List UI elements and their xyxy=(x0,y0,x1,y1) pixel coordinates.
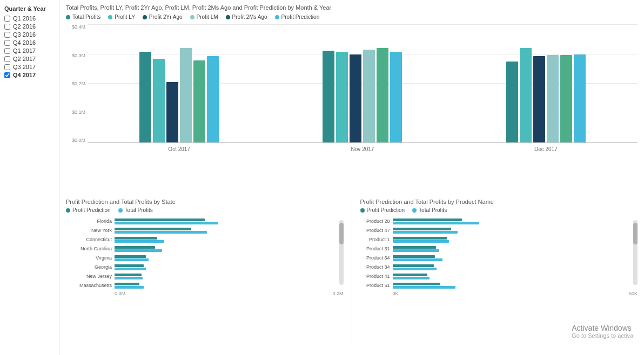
right-total-bar-2 xyxy=(393,240,449,243)
right-bar-pair-5 xyxy=(393,264,437,270)
right-row-label-6: Product 41 xyxy=(360,274,393,279)
left-row-label-2: Connecticut xyxy=(66,237,115,242)
bar-0-5 xyxy=(207,56,219,142)
right-total-bar-3 xyxy=(393,249,439,252)
top-legend-label-5: Profit Prediction xyxy=(281,14,320,20)
bottom-right-title: Profit Prediction and Total Profits by P… xyxy=(360,199,638,205)
sidebar-item-0[interactable]: Q1 2016 xyxy=(4,15,55,22)
right-x-max: 50K xyxy=(629,291,638,296)
right-pred-bar-2 xyxy=(393,237,447,240)
right-row-label-0: Product 28 xyxy=(360,219,393,224)
sidebar-checkbox-0[interactable] xyxy=(4,16,10,22)
sidebar-item-6[interactable]: Q3 2017 xyxy=(4,64,55,70)
right-total-bar-6 xyxy=(393,277,430,279)
left-pred-bar-2 xyxy=(115,237,157,240)
right-bar-pair-3 xyxy=(393,246,439,252)
right-scrollbar[interactable] xyxy=(633,220,638,285)
bl-legend-item-1: Total Profits xyxy=(118,207,153,213)
bar-2-1 xyxy=(520,48,532,142)
right-bar-pair-4 xyxy=(393,255,442,261)
left-x-min: 0.0M xyxy=(115,291,125,296)
left-row-7: Massachusetts xyxy=(66,282,344,289)
main-container: Quarter & Year Q1 2016Q2 2016Q3 2016Q4 2… xyxy=(0,0,644,355)
top-legend-item-0: Total Profits xyxy=(66,14,100,20)
bottom-left-chart: Profit Prediction and Total Profits by S… xyxy=(66,199,344,351)
bar-1-4 xyxy=(377,48,388,142)
sidebar-checkbox-1[interactable] xyxy=(4,24,10,30)
y-axis: $0.4M$0.3M$0.2M$0.1M$0.0M xyxy=(66,24,88,143)
sidebar-label-5: Q2 2017 xyxy=(13,56,36,62)
br-legend-label-1: Total Profits xyxy=(419,207,447,213)
left-bar-pair-6 xyxy=(115,274,143,279)
left-pred-bar-1 xyxy=(115,228,191,230)
activate-line2: Go to Settings to activa xyxy=(572,332,633,339)
left-scrollbar[interactable] xyxy=(339,220,344,285)
top-legend-dot-5 xyxy=(275,15,279,19)
right-row-4: Product 64 xyxy=(360,254,638,262)
left-pred-bar-0 xyxy=(115,219,205,221)
right-total-bar-1 xyxy=(393,231,458,234)
month-label-1: Nov 2017 xyxy=(351,146,374,152)
sidebar-item-4[interactable]: Q1 2017 xyxy=(4,47,55,54)
sidebar-checkbox-6[interactable] xyxy=(4,64,10,70)
bl-legend-label-1: Total Profits xyxy=(125,207,153,213)
sidebar-items: Q1 2016Q2 2016Q3 2016Q4 2016Q1 2017Q2 20… xyxy=(4,15,55,78)
right-h-bar-chart: Product 28Product 47Product 1Product 31P… xyxy=(360,217,638,289)
left-scroll-thumb[interactable] xyxy=(339,223,344,244)
top-legend-dot-1 xyxy=(108,15,112,19)
bar-1-2 xyxy=(350,54,361,142)
sidebar-item-7[interactable]: Q4 2017 xyxy=(4,72,55,78)
bar-1-3 xyxy=(363,50,375,142)
left-row-label-4: Virginia xyxy=(66,255,115,261)
bar-1-0 xyxy=(323,51,334,142)
right-total-bar-0 xyxy=(393,222,479,224)
sidebar-checkbox-5[interactable] xyxy=(4,56,10,62)
sidebar-label-4: Q1 2017 xyxy=(13,47,36,54)
left-pred-bar-4 xyxy=(115,255,146,258)
top-chart-section: Total Profits, Profit LY, Profit 2Yr Ago… xyxy=(66,4,638,182)
month-group-2: Dec 2017 xyxy=(454,48,638,142)
right-scroll-thumb[interactable] xyxy=(633,223,638,244)
bl-legend-dot-1 xyxy=(118,208,123,213)
left-bar-pair-7 xyxy=(115,283,144,289)
left-bar-pair-1 xyxy=(115,228,207,234)
sidebar-item-5[interactable]: Q2 2017 xyxy=(4,56,55,62)
right-row-label-3: Product 31 xyxy=(360,246,393,251)
sidebar-item-2[interactable]: Q3 2016 xyxy=(4,31,55,38)
top-legend-dot-4 xyxy=(226,15,230,19)
bl-legend-label-0: Profit Prediction xyxy=(72,207,111,213)
left-x-axis: 0.0M 0.2M xyxy=(66,291,344,296)
y-label-2: $0.2M xyxy=(72,81,85,86)
top-legend-dot-0 xyxy=(66,15,70,19)
left-bar-pair-5 xyxy=(115,264,146,270)
sidebar-checkbox-2[interactable] xyxy=(4,32,10,38)
right-row-label-1: Product 47 xyxy=(360,228,393,233)
sidebar-checkbox-3[interactable] xyxy=(4,40,10,46)
sidebar-label-2: Q3 2016 xyxy=(13,31,36,38)
sidebar-item-1[interactable]: Q2 2016 xyxy=(4,23,55,30)
top-chart-legend: Total ProfitsProfit LYProfit 2Yr AgoProf… xyxy=(66,14,638,20)
right-x-axis: 0K 50K xyxy=(360,291,638,296)
left-row-5: Georgia xyxy=(66,263,344,271)
bar-0-3 xyxy=(180,48,192,142)
right-pred-bar-3 xyxy=(393,246,436,249)
left-row-label-1: New York xyxy=(66,228,115,233)
right-row-label-4: Product 64 xyxy=(360,255,393,261)
content-area: Total Profits, Profit LY, Profit 2Yr Ago… xyxy=(59,0,644,355)
right-row-2: Product 1 xyxy=(360,236,638,243)
sidebar-checkbox-7[interactable] xyxy=(4,72,10,78)
bottom-section: Profit Prediction and Total Profits by S… xyxy=(66,199,638,351)
top-legend-label-4: Profit 2Ms Ago xyxy=(232,14,267,20)
right-pred-bar-6 xyxy=(393,274,427,276)
sidebar-checkbox-4[interactable] xyxy=(4,48,10,54)
left-pred-bar-5 xyxy=(115,264,144,267)
right-x-min: 0K xyxy=(393,291,399,296)
bar-chart-area: $0.4M$0.3M$0.2M$0.1M$0.0M Oct 2017Nov 20… xyxy=(66,24,638,159)
bar-2-3 xyxy=(547,55,559,142)
left-bar-pair-4 xyxy=(115,255,149,261)
bottom-right-legend: Profit PredictionTotal Profits xyxy=(360,207,638,213)
sidebar-item-3[interactable]: Q4 2016 xyxy=(4,39,55,46)
bar-2-4 xyxy=(560,55,572,142)
month-group-0: Oct 2017 xyxy=(88,48,271,142)
bar-0-4 xyxy=(193,60,205,142)
